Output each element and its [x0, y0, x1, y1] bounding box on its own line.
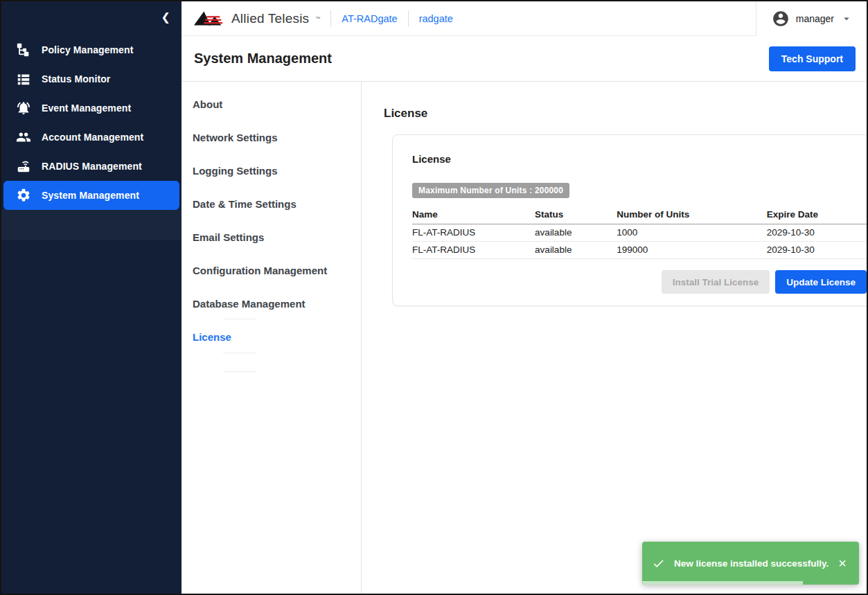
- table-row: FL-AT-RADIUSavailable10002029-10-30: [412, 224, 867, 242]
- sidebar-item-label: Account Management: [42, 132, 143, 143]
- user-name: manager: [796, 13, 834, 24]
- license-table-header-row: NameStatusNumber of UnitsExpire Date: [412, 207, 867, 224]
- logo-trademark: ™: [315, 16, 320, 21]
- sidebar-item-label: Status Monitor: [42, 73, 110, 85]
- table-cell: available: [535, 224, 617, 242]
- header-divider: [408, 10, 409, 27]
- install-trial-license-button[interactable]: Install Trial License: [662, 270, 770, 294]
- table-cell: 2029-10-30: [767, 242, 867, 259]
- main-content: License License Maximum Number of Units …: [362, 82, 867, 594]
- bell-icon: [15, 100, 32, 116]
- subnav-list: AboutNetwork SettingsLogging SettingsDat…: [181, 87, 361, 353]
- top-header: Allied Telesis™ AT-RADgate radgate manag…: [181, 1, 867, 36]
- allied-telesis-logo-icon: [194, 10, 226, 28]
- logo-text: Allied Telesis: [231, 11, 309, 26]
- header-divider: [330, 10, 331, 27]
- sidebar-collapse-icon[interactable]: ❮: [161, 12, 170, 23]
- sidebar-menu: Policy ManagementStatus MonitorEvent Man…: [1, 35, 181, 210]
- chevron-down-icon: [840, 12, 853, 25]
- table-cell: FL-AT-RADIUS: [412, 224, 535, 242]
- subnav-item-date-time-settings[interactable]: Date & Time Settings: [181, 187, 361, 220]
- sidebar-item-account-management[interactable]: Account Management: [3, 123, 179, 152]
- subnav-item-license[interactable]: License: [181, 320, 361, 353]
- subnav-item-about[interactable]: About: [181, 87, 361, 121]
- column-header-expire-date: Expire Date: [767, 207, 867, 224]
- subnav-item-database-management[interactable]: Database Management: [181, 287, 361, 320]
- sidebar-submenu-shade: [1, 210, 181, 240]
- sidebar-item-label: RADIUS Management: [42, 161, 142, 172]
- subnav-item-logging-settings[interactable]: Logging Settings: [181, 154, 361, 187]
- max-units-badge: Maximum Number of Units : 200000: [412, 183, 569, 198]
- skeleton-line: [223, 371, 256, 372]
- success-toast: New license installed successfully. ×: [642, 542, 859, 585]
- sidebar-item-event-management[interactable]: Event Management: [3, 94, 179, 123]
- app-window: ❮ Policy ManagementStatus MonitorEvent M…: [0, 0, 868, 595]
- check-icon: [652, 557, 665, 570]
- nav-link-at-radgate[interactable]: AT-RADgate: [342, 13, 397, 24]
- sidebar-item-label: Policy Management: [42, 44, 133, 55]
- skeleton-line: [223, 319, 256, 319]
- user-menu[interactable]: manager: [756, 1, 867, 36]
- update-license-button[interactable]: Update License: [775, 270, 867, 294]
- column-header-name: Name: [412, 207, 535, 224]
- group-icon: [15, 129, 32, 145]
- sidebar-item-system-management[interactable]: System Management: [3, 181, 179, 210]
- table-cell: 199000: [617, 242, 766, 259]
- page-title: System Management: [194, 51, 332, 66]
- table-cell: 1000: [617, 224, 766, 242]
- license-card: License Maximum Number of Units : 200000…: [392, 134, 868, 306]
- router-icon: [15, 158, 32, 175]
- status-list-icon: [15, 71, 32, 87]
- table-row: FL-AT-RADIUSavailable1990002029-10-30: [412, 242, 867, 259]
- allied-telesis-logo: Allied Telesis™: [194, 10, 320, 28]
- settings-subnav: AboutNetwork SettingsLogging SettingsDat…: [181, 82, 362, 594]
- column-header-status: Status: [535, 207, 617, 224]
- title-bar: System Management Tech Support: [181, 36, 867, 82]
- table-cell: FL-AT-RADIUS: [412, 242, 535, 259]
- skeleton-line: [223, 353, 256, 353]
- license-heading: License: [384, 107, 867, 121]
- subnav-item-network-settings[interactable]: Network Settings: [181, 121, 361, 154]
- sidebar-item-policy-management[interactable]: Policy Management: [3, 35, 179, 64]
- license-card-title: License: [412, 153, 867, 165]
- toast-message: New license installed successfully.: [674, 558, 835, 569]
- license-table: NameStatusNumber of UnitsExpire Date FL-…: [412, 207, 867, 259]
- table-cell: 2029-10-30: [767, 224, 867, 242]
- gear-icon: [15, 187, 32, 204]
- subnav-item-email-settings[interactable]: Email Settings: [181, 220, 361, 254]
- policy-tree-icon: [15, 42, 32, 58]
- subnav-item-configuration-management[interactable]: Configuration Management: [181, 254, 361, 287]
- sidebar-item-radius-management[interactable]: RADIUS Management: [3, 152, 179, 181]
- nav-link-radgate[interactable]: radgate: [419, 13, 453, 24]
- sidebar-item-status-monitor[interactable]: Status Monitor: [3, 64, 179, 94]
- sidebar-item-label: Event Management: [42, 103, 131, 114]
- table-cell: available: [535, 242, 617, 259]
- card-button-row: Install Trial License Update License: [412, 270, 867, 294]
- tech-support-button[interactable]: Tech Support: [769, 46, 856, 71]
- toast-close-icon[interactable]: ×: [835, 555, 849, 571]
- account-circle-icon: [772, 10, 790, 28]
- column-header-number-of-units: Number of Units: [617, 207, 766, 224]
- toast-progress-bar: [642, 581, 803, 585]
- sidebar-item-label: System Management: [42, 190, 139, 201]
- sidebar: ❮ Policy ManagementStatus MonitorEvent M…: [1, 1, 181, 594]
